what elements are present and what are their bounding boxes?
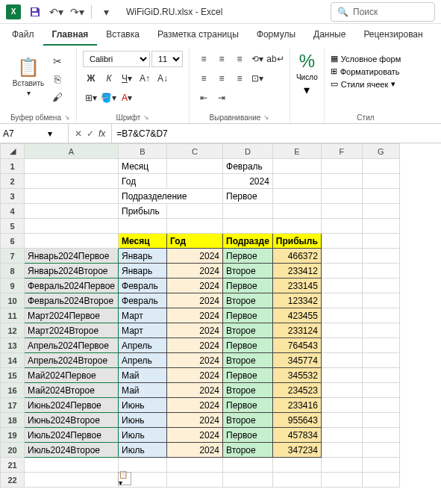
row-header[interactable]: 10 — [1, 293, 25, 308]
col-header-f[interactable]: F — [321, 144, 362, 159]
cell[interactable]: 2024 — [167, 428, 223, 443]
cell[interactable]: Январь — [119, 249, 167, 264]
cell[interactable]: Первое — [223, 398, 273, 413]
cell[interactable]: Март2024Первое — [25, 308, 119, 323]
cell[interactable]: Первое — [223, 338, 273, 353]
cell[interactable]: Июль2024Первое — [25, 428, 119, 443]
cell[interactable]: Второе — [223, 264, 273, 279]
cell[interactable]: Первое — [223, 308, 273, 323]
increase-indent-button[interactable]: ⇥ — [213, 90, 230, 106]
align-right-button[interactable]: ≡ — [231, 70, 248, 87]
cell[interactable] — [362, 249, 399, 264]
cell[interactable] — [362, 443, 399, 458]
cell[interactable]: 2024 — [167, 398, 223, 413]
cell[interactable]: Июнь2024Первое — [25, 398, 119, 413]
cell[interactable]: 2024 — [167, 323, 223, 338]
cell[interactable]: Год — [119, 174, 167, 189]
cell[interactable]: 233145 — [272, 279, 321, 293]
cell[interactable] — [362, 428, 399, 443]
cell[interactable]: 2024 — [167, 353, 223, 368]
tab-review[interactable]: Рецензирован — [354, 25, 431, 46]
cell[interactable]: Месяц — [119, 234, 167, 249]
cell[interactable] — [362, 279, 399, 293]
redo-button[interactable]: ↷▾ — [67, 2, 87, 22]
save-button[interactable] — [25, 2, 45, 22]
increase-font-button[interactable]: A↑ — [137, 70, 153, 87]
cell[interactable] — [362, 353, 399, 368]
font-launcher[interactable]: ↘ — [143, 113, 149, 122]
font-size-select[interactable]: 11 — [151, 51, 183, 67]
cell[interactable]: Июль — [119, 443, 167, 458]
cell[interactable]: 233124 — [272, 323, 321, 338]
cell[interactable]: Май2024Первое — [25, 368, 119, 383]
cell[interactable]: Март2024Второе — [25, 323, 119, 338]
name-box-input[interactable] — [3, 128, 48, 139]
cell[interactable]: 2024 — [167, 443, 223, 458]
cell[interactable]: Первое — [223, 428, 273, 443]
col-header-d[interactable]: D — [223, 144, 273, 159]
worksheet[interactable]: ◢ A B C D E F G 1МесяцФевраль 2Год2024 3… — [0, 143, 441, 488]
name-box[interactable]: ▾ — [0, 124, 69, 143]
cell[interactable]: Второе — [223, 413, 273, 428]
grid[interactable]: ◢ A B C D E F G 1МесяцФевраль 2Год2024 3… — [0, 143, 400, 488]
cell[interactable]: Май2024Второе — [25, 383, 119, 398]
align-left-button[interactable]: ≡ — [196, 70, 212, 87]
font-color-button[interactable]: A▾ — [119, 90, 135, 106]
row-header[interactable]: 8 — [1, 264, 25, 279]
cell[interactable]: 233412 — [272, 264, 321, 279]
cell[interactable]: 2024 — [167, 264, 223, 279]
cell[interactable]: 457834 — [272, 428, 321, 443]
col-header-a[interactable]: A — [25, 144, 119, 159]
cell[interactable]: Второе — [223, 323, 273, 338]
cell[interactable]: Июнь2024Второе — [25, 413, 119, 428]
cell[interactable]: Месяц — [119, 159, 167, 174]
qat-customize[interactable]: ▾ — [96, 2, 116, 22]
chevron-down-icon[interactable]: ▾ — [48, 128, 52, 139]
fx-icon[interactable]: fx — [98, 128, 105, 139]
align-center-button[interactable]: ≡ — [213, 70, 230, 87]
cell[interactable]: Март — [119, 308, 167, 323]
tab-formulas[interactable]: Формулы — [248, 25, 304, 46]
cell[interactable]: Первое — [223, 189, 273, 204]
cell[interactable]: Январь — [119, 264, 167, 279]
cell[interactable]: 2024 — [223, 174, 273, 189]
align-bottom-button[interactable]: ≡ — [231, 51, 248, 67]
cell[interactable] — [321, 428, 362, 443]
cell[interactable]: 347234 — [272, 443, 321, 458]
tab-insert[interactable]: Вставка — [97, 25, 148, 46]
cell[interactable] — [362, 338, 399, 353]
alignment-launcher[interactable]: ↘ — [263, 113, 269, 122]
row-header[interactable]: 18 — [1, 413, 25, 428]
cell[interactable] — [362, 383, 399, 398]
col-header-e[interactable]: E — [272, 144, 321, 159]
orientation-button[interactable]: ⟲▾ — [249, 51, 266, 67]
cell[interactable]: Апрель — [119, 338, 167, 353]
select-all[interactable]: ◢ — [1, 144, 25, 159]
borders-button[interactable]: ⊞▾ — [83, 90, 99, 106]
cell[interactable] — [362, 308, 399, 323]
wrap-text-button[interactable]: ab↵ — [267, 51, 284, 67]
tab-home[interactable]: Главная — [43, 25, 98, 46]
row-header[interactable]: 15 — [1, 368, 25, 383]
cell[interactable]: Январь2024Второе — [25, 264, 119, 279]
cell[interactable]: 2024 — [167, 368, 223, 383]
paste-button[interactable]: 📋 Вставить ▾ — [10, 51, 46, 103]
cell[interactable] — [321, 264, 362, 279]
clipboard-launcher[interactable]: ↘ — [64, 113, 70, 122]
cell[interactable]: Прибыль — [272, 234, 321, 249]
cell[interactable] — [362, 413, 399, 428]
cell[interactable] — [362, 323, 399, 338]
formula-bar[interactable]: =B7&C7&D7 — [112, 128, 441, 139]
merge-button[interactable]: ⊡▾ — [249, 70, 266, 87]
cell[interactable]: Февраль — [119, 279, 167, 293]
cell[interactable] — [321, 368, 362, 383]
undo-button[interactable]: ↶▾ — [46, 2, 66, 22]
cell[interactable]: 2024 — [167, 308, 223, 323]
cell[interactable] — [362, 368, 399, 383]
cell[interactable] — [321, 443, 362, 458]
cell[interactable]: Май — [119, 383, 167, 398]
cell[interactable] — [321, 293, 362, 308]
cell[interactable] — [321, 398, 362, 413]
cell[interactable] — [321, 308, 362, 323]
cell[interactable]: Прибыль — [119, 204, 167, 219]
